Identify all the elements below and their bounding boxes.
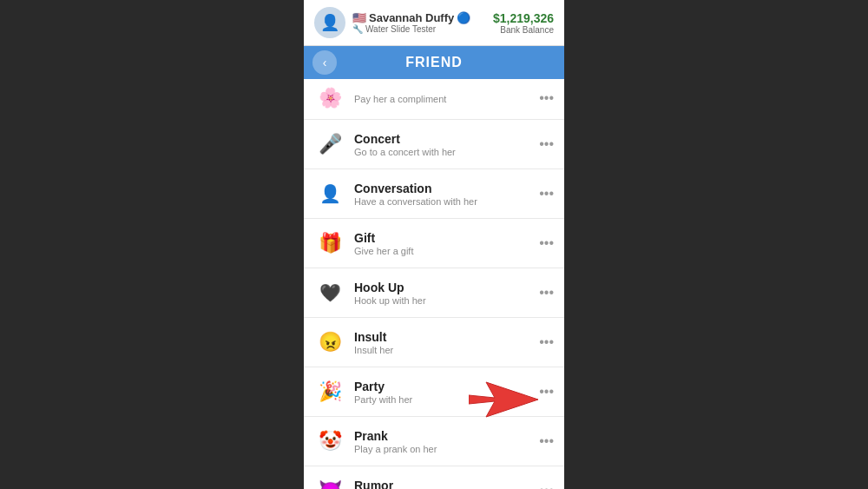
rumor-icon: 😈 xyxy=(314,475,345,489)
phone-container: 👤 🇺🇸 Savannah Duffy 🔵 🔧 Water Slide Test… xyxy=(304,0,564,489)
back-button[interactable]: ‹ xyxy=(312,50,337,75)
header: 👤 🇺🇸 Savannah Duffy 🔵 🔧 Water Slide Test… xyxy=(304,0,564,46)
item-subtitle: Pay her a compliment xyxy=(354,94,532,104)
flag-icon: 🇺🇸 xyxy=(352,11,366,24)
more-button[interactable]: ••• xyxy=(532,483,554,489)
list-item-conversation[interactable]: 👤 Conversation Have a conversation with … xyxy=(304,169,564,219)
concert-icon: 🎤 xyxy=(314,129,345,160)
gift-icon: 🎁 xyxy=(314,228,345,259)
more-button[interactable]: ••• xyxy=(532,334,554,350)
item-subtitle: Go to a concert with her xyxy=(354,147,532,157)
more-button[interactable]: ••• xyxy=(532,433,554,449)
item-content: Concert Go to a concert with her xyxy=(354,132,532,157)
list-item-concert[interactable]: 🎤 Concert Go to a concert with her ••• xyxy=(304,120,564,169)
item-content: Rumor Start a rumor about her xyxy=(354,479,532,490)
bank-amount: $1,219,326 xyxy=(493,11,554,25)
item-content: Gift Give her a gift xyxy=(354,231,532,256)
item-subtitle: Insult her xyxy=(354,345,532,355)
item-title: Hook Up xyxy=(354,281,532,294)
item-title: Insult xyxy=(354,330,532,344)
item-title: Conversation xyxy=(354,182,532,195)
player-name: 🇺🇸 Savannah Duffy 🔵 xyxy=(352,11,470,24)
more-button[interactable]: ••• xyxy=(532,186,554,202)
conversation-icon: 👤 xyxy=(314,178,345,209)
insult-icon: 😠 xyxy=(314,327,345,358)
item-title: Prank xyxy=(354,429,532,443)
avatar: 👤 xyxy=(314,7,345,38)
item-subtitle: Hook up with her xyxy=(354,295,532,306)
item-subtitle: Have a conversation with her xyxy=(354,196,532,207)
list-item[interactable]: 🌸 Pay her a compliment ••• xyxy=(304,79,564,120)
header-info: 🇺🇸 Savannah Duffy 🔵 🔧 Water Slide Tester xyxy=(352,11,470,34)
more-button[interactable]: ••• xyxy=(532,136,554,152)
svg-marker-0 xyxy=(469,382,538,417)
more-button[interactable]: ••• xyxy=(532,285,554,301)
item-title: Concert xyxy=(354,132,532,146)
item-content: Prank Play a prank on her xyxy=(354,429,532,454)
more-button[interactable]: ••• xyxy=(532,90,554,106)
item-content: Insult Insult her xyxy=(354,330,532,355)
job-icon: 🔧 xyxy=(352,24,363,34)
list-item-gift[interactable]: 🎁 Gift Give her a gift ••• xyxy=(304,219,564,268)
item-title: Gift xyxy=(354,231,532,245)
verified-icon: 🔵 xyxy=(457,11,470,24)
party-icon: 🎉 xyxy=(314,376,345,407)
more-button[interactable]: ••• xyxy=(532,235,554,251)
nav-title: FRIEND xyxy=(405,55,463,70)
item-subtitle: Give her a gift xyxy=(354,246,532,256)
list-item-hookup[interactable]: 🖤 Hook Up Hook up with her ••• xyxy=(304,268,564,318)
player-subtitle: 🔧 Water Slide Tester xyxy=(352,24,470,34)
list-item-rumor[interactable]: 😈 Rumor Start a rumor about her ••• xyxy=(304,466,564,489)
item-content: Conversation Have a conversation with he… xyxy=(354,182,532,207)
header-left: 👤 🇺🇸 Savannah Duffy 🔵 🔧 Water Slide Test… xyxy=(314,7,470,38)
list-item-party[interactable]: 🎉 Party Party with her ••• xyxy=(304,367,564,417)
bank-label: Bank Balance xyxy=(493,25,554,35)
item-content: Hook Up Hook up with her xyxy=(354,281,532,306)
prank-icon: 🤡 xyxy=(314,426,345,457)
hookup-icon: 🖤 xyxy=(314,277,345,308)
item-content: Pay her a compliment xyxy=(354,93,532,104)
red-arrow-indicator xyxy=(469,378,538,425)
item-subtitle: Play a prank on her xyxy=(354,444,532,454)
item-icon: 🌸 xyxy=(314,83,345,114)
list-item-insult[interactable]: 😠 Insult Insult her ••• xyxy=(304,318,564,367)
actions-list: 🌸 Pay her a compliment ••• 🎤 Concert Go … xyxy=(304,79,564,489)
bank-info: $1,219,326 Bank Balance xyxy=(493,11,554,35)
nav-bar: ‹ FRIEND xyxy=(304,46,564,79)
item-title: Rumor xyxy=(354,479,532,490)
